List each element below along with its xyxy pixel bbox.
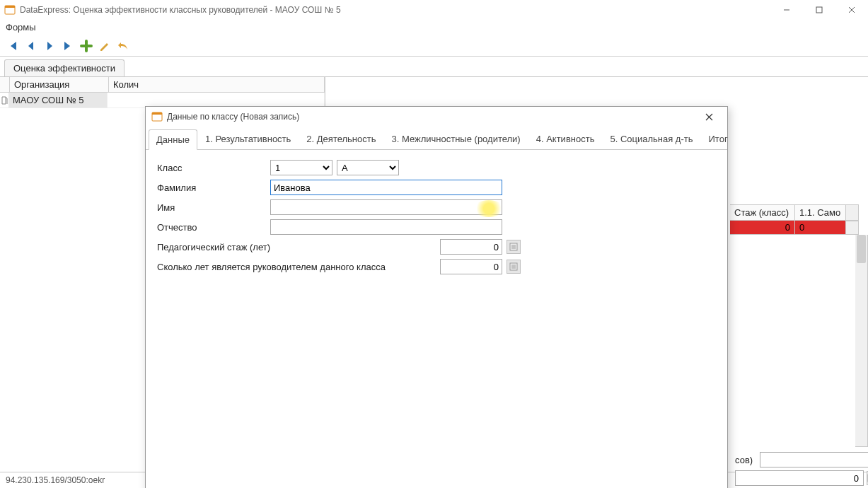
label-name: Имя [157, 202, 270, 213]
input-ped-experience[interactable] [440, 239, 502, 255]
app-icon [4, 4, 16, 16]
main-tab-row: Оценка эффективности [0, 57, 868, 77]
col-1-1-samo[interactable]: 1.1. Само [795, 204, 846, 221]
input-patronymic[interactable] [270, 219, 502, 235]
right-grid-row[interactable]: 0 0 [730, 221, 868, 235]
edit-button[interactable] [96, 37, 113, 54]
dialog-body: Класс 1 А Фамилия Имя Отчество Педагогич… [146, 150, 727, 488]
calc-class-leader-years[interactable] [507, 260, 521, 274]
tab-data[interactable]: Данные [149, 129, 197, 150]
cell-stazh: 0 [730, 221, 795, 235]
menubar: Формы [0, 20, 868, 35]
count-input-0[interactable] [760, 452, 868, 467]
col-stazh-klass[interactable]: Стаж (класс) [730, 204, 795, 221]
tab-3-interpersonal[interactable]: 3. Межличностные (родители) [384, 129, 528, 149]
dialog-tabs: Данные 1. Результативность 2. Деятельнос… [146, 127, 727, 150]
input-name[interactable] [270, 199, 502, 215]
toolbar [0, 35, 868, 57]
nav-next-button[interactable] [41, 37, 58, 54]
tab-4-activity2[interactable]: 4. Активность [528, 129, 603, 149]
status-host: 94.230.135.169/3050:oekr [6, 475, 105, 485]
label-class-leader-years: Сколько лет является руководителем данно… [157, 262, 440, 272]
dialog-titlebar[interactable]: Данные по классу (Новая запись) [146, 107, 727, 127]
dialog-icon [151, 111, 163, 122]
add-button[interactable] [78, 37, 95, 54]
vscroll-head [846, 204, 859, 221]
right-vscrollbar[interactable] [855, 235, 868, 447]
menu-forms[interactable]: Формы [6, 22, 36, 33]
window-close-button[interactable] [835, 0, 868, 20]
cell-11: 0 [795, 221, 846, 235]
svg-rect-8 [152, 112, 162, 115]
window-minimize-button[interactable] [770, 0, 803, 20]
label-class: Класс [157, 163, 270, 173]
nav-last-button[interactable] [59, 37, 76, 54]
svg-rect-2 [816, 7, 822, 13]
vscroll-cell [846, 221, 859, 235]
tab-total[interactable]: Итог [701, 129, 736, 149]
col-organization[interactable]: Организация [10, 77, 109, 92]
dialog-title: Данные по классу (Новая запись) [167, 112, 696, 122]
nav-prev-button[interactable] [23, 37, 40, 54]
cell-quantity [108, 93, 325, 108]
calc-ped-experience[interactable] [507, 240, 521, 254]
svg-rect-1 [5, 6, 15, 8]
label-patronymic: Отчество [157, 222, 270, 233]
input-surname[interactable] [270, 180, 502, 195]
window-maximize-button[interactable] [803, 0, 835, 20]
dialog-close-button[interactable] [696, 108, 722, 125]
left-grid-header: Организация Колич [0, 77, 325, 93]
input-class-leader-years[interactable] [440, 259, 502, 274]
tab-5-social[interactable]: 5. Социальная д-ть [602, 129, 700, 149]
row-edit-icon [0, 93, 8, 108]
tab-1-results[interactable]: 1. Результативность [197, 129, 299, 149]
dialog-class-data: Данные по классу (Новая запись) Данные 1… [145, 106, 728, 488]
label-surname: Фамилия [157, 182, 270, 193]
tab-effectiveness[interactable]: Оценка эффективности [4, 59, 125, 76]
undo-button[interactable] [115, 37, 132, 54]
label-ped-experience: Педагогический стаж (лет) [157, 242, 440, 252]
count-input-1[interactable] [735, 470, 864, 486]
col-quantity[interactable]: Колич [109, 77, 325, 92]
select-class-letter[interactable]: А [337, 160, 399, 175]
lower-right-panel: сов) [735, 452, 862, 488]
right-grid: Стаж (класс) 1.1. Само 0 0 [730, 204, 868, 460]
window-title: DataExpress: Оценка эффективности классн… [20, 5, 770, 15]
main-area: Организация Колич МАОУ СОШ № 5 Стаж (кла… [0, 77, 868, 472]
window-titlebar: DataExpress: Оценка эффективности классн… [0, 0, 868, 20]
nav-first-button[interactable] [4, 37, 21, 54]
cell-organization: МАОУ СОШ № 5 [8, 93, 108, 108]
tab-2-activity[interactable]: 2. Деятельность [299, 129, 383, 149]
count-suffix-label: сов) [735, 455, 753, 465]
select-class-number[interactable]: 1 [270, 160, 332, 175]
